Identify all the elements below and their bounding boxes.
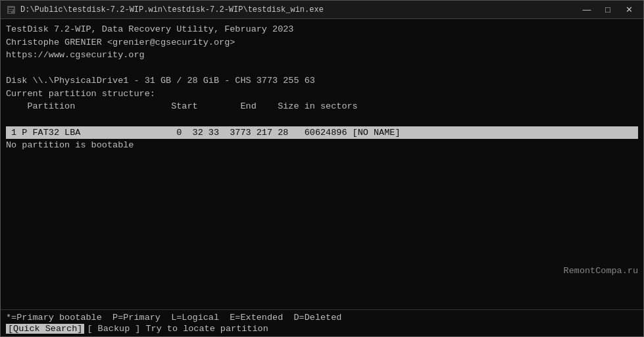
backup-button[interactable]: [ Backup ]: [87, 324, 140, 334]
title-bar-controls: — □ ✕: [578, 3, 638, 17]
close-button[interactable]: ✕: [620, 3, 638, 17]
partition-row-1[interactable]: 1 P FAT32 LBA 0 32 33 3773 217 28 606248…: [6, 126, 638, 140]
maximize-button[interactable]: □: [599, 3, 617, 17]
try-locate-text: Try to locate partition: [143, 324, 268, 334]
line-url: https://www.cgsecurity.org: [6, 49, 638, 62]
app-icon: [6, 5, 16, 15]
svg-rect-3: [9, 12, 11, 13]
svg-rect-2: [9, 10, 12, 11]
line-no-bootable: No partition is bootable: [6, 139, 638, 152]
line-current-partition: Current partition structure:: [6, 88, 638, 101]
line-blank1: [6, 62, 638, 75]
minimize-button[interactable]: —: [578, 3, 596, 17]
legend-row: *=Primary bootable P=Primary L=Logical E…: [6, 313, 638, 323]
quick-search-button[interactable]: [Quick Search]: [6, 324, 84, 334]
main-window: D:\Public\testdisk-7.2-WIP.win\testdisk-…: [0, 0, 644, 337]
line-header: Partition Start End Size in sectors: [6, 100, 638, 113]
line-title: TestDisk 7.2-WIP, Data Recovery Utility,…: [6, 23, 638, 36]
line-blank2: [6, 113, 638, 126]
terminal-area: TestDisk 7.2-WIP, Data Recovery Utility,…: [1, 19, 643, 309]
watermark: RemontCompa.ru: [564, 265, 638, 278]
svg-rect-1: [9, 8, 14, 9]
line-disk-info: Disk \\.\PhysicalDrive1 - 31 GB / 28 GiB…: [6, 74, 638, 88]
title-bar: D:\Public\testdisk-7.2-WIP.win\testdisk-…: [1, 1, 643, 19]
title-bar-text: D:\Public\testdisk-7.2-WIP.win\testdisk-…: [20, 5, 578, 14]
action-row: [Quick Search] [ Backup ] Try to locate …: [6, 324, 638, 334]
line-author: Christophe GRENIER <grenier@cgsecurity.o…: [6, 36, 638, 49]
bottom-bar: *=Primary bootable P=Primary L=Logical E…: [1, 309, 643, 336]
